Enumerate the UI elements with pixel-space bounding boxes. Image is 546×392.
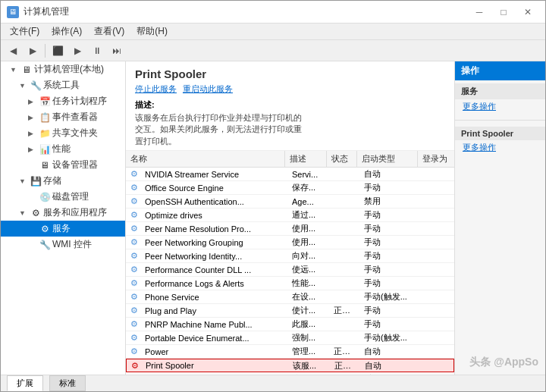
tree-label: 性能 (52, 143, 71, 155)
service-startup-cell: 手动 (359, 277, 420, 290)
restart-service-link[interactable]: 重启动此服务 (183, 83, 233, 95)
table-row[interactable]: ⚙Power管理...正在...自动 (126, 345, 454, 359)
col-header-logon[interactable]: 登录为 (418, 151, 454, 167)
table-row[interactable]: ⚙Performance Logs & Alerts性能...手动 (126, 277, 454, 290)
table-row[interactable]: ⚙Optimize drives通过...手动 (126, 209, 454, 222)
service-name-cell: Peer Networking Grouping (140, 237, 287, 248)
table-row[interactable]: ⚙Peer Networking Grouping使用...手动 (126, 236, 454, 249)
table-row[interactable]: ⚙Print Spooler该服...正在...自动 (126, 359, 454, 372)
tree-item-events[interactable]: ▶ 📋 事件查看器 (1, 109, 125, 125)
col-header-startup[interactable]: 启动类型 (357, 151, 418, 167)
tree-label: 存储 (43, 174, 61, 187)
toolbar-pause[interactable]: ⏸ (88, 42, 106, 59)
table-row[interactable]: ⚙Portable Device Enumerat...强制...手动(触发..… (126, 331, 454, 345)
tree-item-services-apps[interactable]: ▼ ⚙ 服务和应用程序 (1, 205, 125, 221)
tree-item-system[interactable]: ▼ 🔧 系统工具 (1, 77, 125, 93)
maximize-button[interactable]: □ (492, 5, 515, 20)
table-row[interactable]: ⚙Office Source Engine保存...手动 (126, 181, 454, 195)
table-row[interactable]: ⚙PNRP Machine Name Publ...此服...手动 (126, 318, 454, 331)
device-icon: 🖥 (39, 159, 51, 171)
tree-label: 设备管理器 (52, 158, 98, 171)
service-status-cell (329, 296, 359, 298)
perf-icon: 📊 (39, 143, 51, 155)
service-startup-cell: 手动 (359, 236, 420, 249)
expand-icon: ▶ (28, 130, 37, 137)
tree-item-services[interactable]: ⚙ 服务 (1, 221, 125, 237)
tree-item-devices[interactable]: 🖥 设备管理器 (1, 157, 125, 173)
tree-item-tasks[interactable]: ▶ 📅 任务计划程序 (1, 93, 125, 109)
service-desc-cell: 保存... (287, 181, 329, 194)
menu-file[interactable]: 文件(F) (4, 24, 46, 39)
action-more-print[interactable]: 更多操作 (455, 140, 545, 155)
col-header-name[interactable]: 名称 (126, 151, 285, 167)
service-name-cell: Plug and Play (140, 306, 287, 316)
menu-action[interactable]: 操作(A) (46, 24, 88, 39)
service-startup-cell: 自动 (360, 359, 421, 372)
table-row[interactable]: ⚙Peer Name Resolution Pro...使用...手动 (126, 222, 454, 236)
table-row[interactable]: ⚙Peer Networking Identity...向对...手动 (126, 249, 454, 263)
col-header-desc[interactable]: 描述 (285, 151, 327, 167)
expand-icon: ▼ (19, 177, 28, 185)
service-status-cell (329, 269, 359, 271)
toolbar-stop[interactable]: ⬛ (49, 42, 67, 59)
table-row[interactable]: ⚙Plug and Play使计...正在...手动 (126, 304, 454, 318)
tree-item-disk[interactable]: 💿 磁盘管理 (1, 189, 125, 205)
tab-standard[interactable]: 标准 (49, 375, 86, 391)
service-status-cell (329, 242, 359, 243)
service-row-icon: ⚙ (128, 223, 140, 235)
service-startup-cell: 手动 (359, 318, 420, 331)
left-tree-panel: ▼ 🖥 计算机管理(本地) ▼ 🔧 系统工具 ▶ 📅 任务计划程序 ▶ 📋 事件… (1, 61, 126, 375)
action-more-services[interactable]: 更多操作 (455, 99, 545, 114)
close-button[interactable]: ✕ (516, 5, 539, 20)
service-name-cell: OpenSSH Authentication... (140, 196, 287, 207)
menu-help[interactable]: 帮助(H) (130, 24, 174, 39)
expand-icon: ▼ (19, 82, 28, 89)
storage-icon: 💾 (30, 175, 42, 187)
col-header-status[interactable]: 状态 (327, 151, 357, 167)
service-startup-cell: 自动 (359, 168, 420, 180)
service-row-icon: ⚙ (128, 332, 140, 344)
service-name-cell: Peer Networking Identity... (140, 251, 287, 262)
status-bar: 扩展 标准 (1, 375, 545, 391)
tree-item-wmi[interactable]: 🔧 WMI 控件 (1, 237, 125, 252)
table-row[interactable]: ⚙OpenSSH Authentication...Age...禁用 (126, 195, 454, 209)
toolbar-back[interactable]: ◀ (4, 42, 22, 59)
service-list-panel: 名称 描述 状态 启动类型 登录为 ⚙NVIDIA Streamer Servi… (126, 151, 454, 375)
service-name-cell: NVIDIA Streamer Service (140, 169, 287, 180)
service-startup-cell: 手动 (359, 263, 420, 276)
table-row[interactable]: ⚙NVIDIA Streamer ServiceServi...自动 (126, 168, 454, 181)
actions-section-services: 服务 更多操作 (455, 80, 545, 117)
service-startup-cell: 手动 (359, 222, 420, 235)
minimize-button[interactable]: ─ (468, 5, 491, 20)
stop-service-link[interactable]: 停止此服务 (135, 83, 177, 95)
toolbar-skip[interactable]: ⏭ (108, 42, 126, 59)
service-row-icon: ⚙ (128, 168, 140, 180)
service-title: Print Spooler (135, 67, 445, 80)
tree-label: 任务计划程序 (52, 95, 107, 108)
tree-item-performance[interactable]: ▶ 📊 性能 (1, 141, 125, 157)
service-status-cell (329, 324, 359, 325)
service-status-cell (329, 228, 359, 230)
service-desc-cell: 此服... (287, 318, 329, 331)
shared-icon: 📁 (39, 127, 51, 140)
toolbar-refresh[interactable]: ▶ (68, 42, 86, 59)
title-bar: 🖥 计算机管理 ─ □ ✕ (1, 1, 545, 24)
tree-item-shared[interactable]: ▶ 📁 共享文件夹 (1, 125, 125, 141)
service-desc-cell: 性能... (287, 277, 329, 290)
service-row-icon: ⚙ (128, 305, 140, 317)
service-row-icon: ⚙ (129, 359, 141, 372)
service-status-cell (329, 337, 359, 339)
toolbar-forward[interactable]: ▶ (24, 42, 42, 59)
menu-view[interactable]: 查看(V) (88, 24, 130, 39)
tree-item-computer[interactable]: ▼ 🖥 计算机管理(本地) (1, 61, 125, 77)
tree-label: 计算机管理(本地) (34, 63, 104, 76)
table-row[interactable]: ⚙Phone Service在设...手动(触发... (126, 290, 454, 304)
service-row-icon: ⚙ (128, 278, 140, 290)
service-status-cell (329, 187, 359, 189)
service-name-cell: Optimize drives (140, 210, 287, 221)
service-status-cell (329, 283, 359, 284)
action-separator (455, 120, 545, 121)
tree-item-storage[interactable]: ▼ 💾 存储 (1, 173, 125, 189)
table-row[interactable]: ⚙Performance Counter DLL ...使远...手动 (126, 263, 454, 277)
tab-extended[interactable]: 扩展 (7, 375, 43, 391)
